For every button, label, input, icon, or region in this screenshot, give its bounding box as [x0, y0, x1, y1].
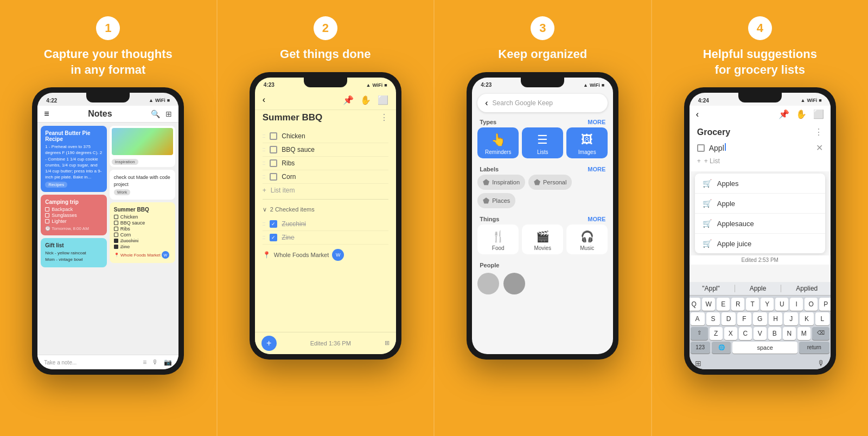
key-k[interactable]: K — [800, 312, 814, 325]
key-g[interactable]: G — [753, 312, 767, 325]
notes-bottom-bar[interactable]: Take a note... ≡ 🎙 📷 — [37, 355, 178, 369]
key-h[interactable]: H — [769, 312, 783, 325]
autocomplete-appl[interactable]: "Appl" — [702, 285, 720, 292]
clear-input-icon[interactable]: ✕ — [816, 143, 823, 153]
add-button[interactable]: + — [261, 336, 277, 351]
labels-more-button[interactable]: MORE — [588, 166, 605, 172]
suggestion-apple[interactable]: 🛒 Apple — [695, 194, 825, 214]
keep-search-bar[interactable]: ‹ Search Google Keep — [477, 94, 608, 112]
checkbox-zine[interactable]: ✓ — [270, 234, 277, 241]
label-personal[interactable]: ⬟ Personal — [528, 175, 572, 190]
key-j[interactable]: J — [784, 312, 798, 325]
back-icon[interactable]: ‹ — [263, 95, 265, 105]
more-options-icon[interactable]: ⋮ — [380, 112, 388, 123]
grid-view-icon[interactable]: ⊞ — [385, 339, 390, 347]
key-o[interactable]: O — [805, 298, 818, 311]
key-l[interactable]: L — [815, 312, 829, 325]
note-camping[interactable]: Camping trip Backpack Sunglasses Lighter… — [41, 195, 107, 235]
pin-icon[interactable]: 📌 — [343, 95, 354, 105]
grocery-add-row[interactable]: + + List — [697, 155, 823, 167]
grid-icon[interactable]: ⊞ — [165, 110, 172, 118]
keyboard-tool-plus[interactable]: ⊞ — [695, 359, 701, 368]
type-reminders[interactable]: 👆 Reminders — [477, 127, 519, 158]
more-options-4[interactable]: ⋮ — [814, 127, 823, 137]
checked-items-toggle[interactable]: ∨ 2 Checked items — [263, 202, 388, 217]
note-image-card[interactable]: Inspiration — [110, 126, 176, 167]
keyboard-tool-mic[interactable]: 🎙 — [818, 359, 825, 368]
search-icon[interactable]: 🔍 — [151, 110, 160, 118]
note-made-with-code[interactable]: check out Made with code project Work — [110, 170, 176, 200]
checkbox-chicken[interactable] — [270, 132, 277, 140]
key-v[interactable]: V — [754, 327, 767, 340]
list-item-zucchini[interactable]: :: ✓ Zucchini — [263, 217, 388, 231]
key-d[interactable]: D — [722, 312, 736, 325]
autocomplete-apple[interactable]: Apple — [750, 285, 767, 292]
note-gift-list[interactable]: Gift list Nick - yellow raincoatMom - vi… — [41, 238, 107, 267]
key-x[interactable]: X — [724, 327, 737, 340]
grocery-title[interactable]: Grocery — [697, 127, 730, 137]
checkbox-corn[interactable] — [270, 173, 277, 181]
type-lists[interactable]: ☰ Lists — [522, 127, 563, 158]
key-w[interactable]: W — [702, 298, 715, 311]
suggestion-apple-juice[interactable]: 🛒 Apple juice — [695, 234, 825, 253]
key-u[interactable]: U — [775, 298, 788, 311]
back-icon-4[interactable]: ‹ — [696, 110, 699, 119]
note-peanut-butter[interactable]: Peanut Butter Pie Recipe 1 - Preheat ove… — [41, 126, 107, 192]
key-e[interactable]: E — [717, 298, 730, 311]
grocery-input-text[interactable]: Appl — [709, 143, 812, 152]
search-placeholder[interactable]: Search Google Keep — [493, 99, 601, 107]
archive-icon[interactable]: ⬜ — [378, 95, 388, 105]
list-icon[interactable]: ≡ — [143, 358, 146, 366]
thing-movies[interactable]: 🎬 Movies — [522, 225, 563, 254]
key-t[interactable]: T — [746, 298, 759, 311]
label-inspiration[interactable]: ⬟ Inspiration — [477, 175, 525, 190]
key-n[interactable]: N — [783, 327, 796, 340]
autocomplete-applied[interactable]: Applied — [796, 285, 818, 292]
key-delete[interactable]: ⌫ — [812, 327, 829, 340]
key-a[interactable]: A — [691, 312, 705, 325]
thing-food[interactable]: 🍴 Food — [477, 225, 519, 254]
things-more-button[interactable]: MORE — [588, 216, 605, 222]
list-item-ribs[interactable]: :: Ribs — [263, 157, 388, 170]
key-y[interactable]: Y — [761, 298, 774, 311]
hand-icon-4[interactable]: ✋ — [796, 109, 807, 119]
key-123[interactable]: 123 — [691, 342, 710, 354]
key-c[interactable]: C — [739, 327, 752, 340]
key-b[interactable]: B — [768, 327, 781, 340]
list-item-corn[interactable]: :: Corn — [263, 170, 388, 184]
hamburger-icon[interactable]: ≡ — [44, 109, 49, 119]
hand-icon[interactable]: ✋ — [360, 95, 371, 105]
take-note-placeholder[interactable]: Take a note... — [44, 360, 76, 366]
checkbox-bbqsauce[interactable] — [270, 146, 277, 153]
type-images[interactable]: 🖼 Images — [566, 127, 608, 158]
key-q[interactable]: Q — [690, 298, 701, 311]
key-f[interactable]: F — [737, 312, 751, 325]
list-item-zine[interactable]: :: ✓ Zine — [263, 231, 388, 245]
list-item-bbqsauce[interactable]: :: BBQ sauce — [263, 143, 388, 157]
label-places[interactable]: ⬟ Places — [477, 193, 515, 208]
key-m[interactable]: M — [797, 327, 810, 340]
grocery-input-row[interactable]: Appl ✕ — [697, 140, 823, 155]
checkbox-zucchini[interactable]: ✓ — [270, 220, 277, 228]
grocery-checkbox[interactable] — [697, 144, 705, 152]
bbq-note-title[interactable]: Summer BBQ — [263, 112, 323, 123]
key-i[interactable]: I — [790, 298, 803, 311]
checkbox-ribs[interactable] — [270, 159, 277, 167]
key-p[interactable]: P — [819, 298, 831, 311]
mic-icon[interactable]: 🎙 — [152, 358, 158, 366]
archive-icon-4[interactable]: ⬜ — [813, 109, 824, 119]
key-r[interactable]: R — [731, 298, 744, 311]
camera-icon[interactable]: 📷 — [164, 358, 172, 366]
back-icon-3[interactable]: ‹ — [485, 98, 488, 108]
key-space[interactable]: space — [732, 342, 797, 354]
types-more-button[interactable]: MORE — [588, 119, 605, 125]
add-list-item[interactable]: + List item — [263, 184, 388, 197]
suggestion-applesauce[interactable]: 🛒 Applesauce — [695, 214, 825, 234]
note-summer-bbq-small[interactable]: Summer BBQ Chicken BBQ sauce Ribs Corn Z… — [110, 202, 176, 263]
pin-icon-4[interactable]: 📌 — [778, 109, 789, 119]
key-shift[interactable]: ⇧ — [691, 327, 708, 340]
thing-music[interactable]: 🎧 Music — [566, 225, 608, 254]
list-item-chicken[interactable]: :: Chicken — [263, 130, 388, 143]
suggestion-apples[interactable]: 🛒 Apples — [695, 174, 825, 194]
key-globe[interactable]: 🌐 — [712, 342, 731, 354]
